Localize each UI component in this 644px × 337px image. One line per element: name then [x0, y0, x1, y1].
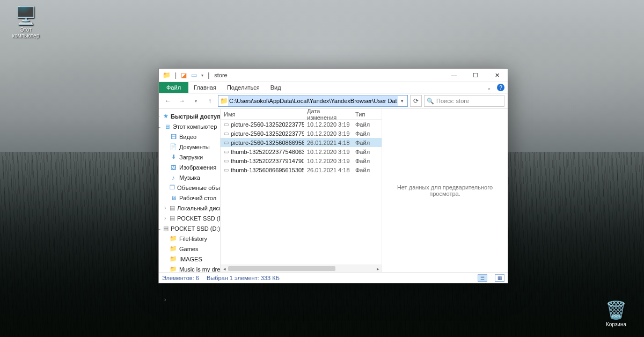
horizontal-scrollbar[interactable]: ◂ ▸ — [221, 265, 382, 272]
tab-file[interactable]: Файл — [159, 82, 188, 93]
view-details-button[interactable]: ☰ — [478, 274, 487, 282]
nav-pictures[interactable]: 🖼Изображения — [159, 162, 220, 172]
tab-share[interactable]: Поделиться — [222, 82, 265, 93]
video-icon: 🎞 — [170, 134, 177, 140]
desktop[interactable]: 🖥️ Этот компьютер 🗑️ Корзина 📁 | ◪ ▭ ▾ |… — [0, 0, 644, 337]
drive-icon: ▤ — [170, 204, 175, 211]
trash-icon: 🗑️ — [597, 300, 635, 320]
address-dropdown-icon[interactable]: ▾ — [398, 98, 406, 104]
nav-pocket-ssd-c[interactable]: ▤POCKET SSD (D:) — [159, 213, 220, 223]
file-icon: ▭ — [224, 140, 229, 145]
qat-separator: | — [206, 71, 211, 79]
file-row[interactable]: ▭picture-2560-1325608669561530526.01.202… — [221, 138, 382, 147]
file-row[interactable]: ▭thumb-1325202237791479010.12.2020 3:19Ф… — [221, 156, 382, 165]
file-row[interactable]: ▭picture-2560-1325202237754806310.12.202… — [221, 120, 382, 129]
tab-view[interactable]: Вид — [265, 82, 287, 93]
titlebar[interactable]: 📁 | ◪ ▭ ▾ | store — ☐ ✕ — [159, 69, 508, 82]
help-icon[interactable]: ? — [497, 84, 504, 91]
file-list: Имя Дата изменения Тип ▭picture-2560-132… — [221, 109, 382, 272]
nav-music-folder[interactable]: 📁Music is my dream — [159, 264, 220, 272]
file-name: picture-2560-13252022377914790 — [231, 130, 304, 137]
image-icon: 🖼 — [170, 164, 177, 171]
file-date: 10.12.2020 3:19 — [304, 158, 352, 164]
cube-icon: ❒ — [170, 184, 175, 191]
address-bar[interactable]: 📁 ▾ — [218, 95, 408, 107]
search-box[interactable]: 🔍 Поиск: store — [424, 95, 504, 107]
scroll-left-icon[interactable]: ◂ — [221, 265, 228, 272]
nav-documents[interactable]: 📄Документы — [159, 142, 220, 152]
recent-dropdown[interactable]: ▾ — [190, 95, 202, 107]
explorer-body: ★Быстрый доступ 🖥Этот компьютер 🎞Видео 📄… — [159, 108, 508, 272]
nav-pocket-ssd[interactable]: ▤POCKET SSD (D:) — [159, 223, 220, 233]
close-button[interactable]: ✕ — [486, 69, 508, 82]
nav-games[interactable]: 📁Games — [159, 244, 220, 254]
folder-icon: 📁 — [170, 255, 177, 262]
download-icon: ⬇ — [170, 153, 177, 160]
qat-dropdown-icon[interactable]: ▾ — [200, 73, 205, 78]
nav-music[interactable]: ♪Музыка — [159, 172, 220, 182]
nav-videos[interactable]: 🎞Видео — [159, 131, 220, 142]
back-button[interactable]: ← — [162, 95, 174, 107]
file-date: 26.01.2021 4:18 — [304, 140, 352, 146]
nav-quick-access[interactable]: ★Быстрый доступ — [159, 111, 220, 121]
nav-local-disk[interactable]: ▤Локальный диск — [159, 203, 220, 213]
file-icon: ▭ — [224, 149, 229, 155]
file-row[interactable]: ▭picture-2560-1325202237791479010.12.202… — [221, 129, 382, 138]
file-row[interactable]: ▭thumb-1325202237754806310.12.2020 3:19Ф… — [221, 147, 382, 156]
file-date: 26.01.2021 4:18 — [304, 167, 352, 173]
explorer-window: 📁 | ◪ ▭ ▾ | store — ☐ ✕ Файл Главная Под… — [158, 68, 508, 283]
tab-home[interactable]: Главная — [188, 82, 222, 93]
desktop-icon-recycle-bin[interactable]: 🗑️ Корзина — [597, 300, 635, 327]
folder-icon: 📁 — [170, 266, 177, 272]
file-type: Файл — [352, 121, 376, 128]
nav-desktop[interactable]: 🖥Рабочий стол — [159, 193, 220, 203]
file-icon: ▭ — [224, 167, 229, 173]
qat-separator: | — [173, 71, 178, 79]
quick-access-toolbar: 📁 | ◪ ▭ ▾ | — [159, 71, 211, 79]
file-date: 10.12.2020 3:19 — [304, 130, 352, 137]
file-icon: ▭ — [224, 130, 229, 136]
file-type: Файл — [352, 130, 376, 137]
nav-filehistory[interactable]: 📁FileHistory — [159, 233, 220, 244]
monitor-icon: 🖥️ — [6, 5, 45, 26]
file-type: Файл — [352, 149, 376, 155]
view-icons-button[interactable]: ▦ — [495, 274, 504, 282]
ribbon-expand-icon[interactable]: ⌄ — [484, 85, 494, 91]
folder-icon: 📁 — [170, 245, 177, 252]
folder-icon: 📁 — [219, 97, 228, 105]
status-count: Элементов: 6 — [162, 275, 199, 281]
maximize-button[interactable]: ☐ — [465, 69, 486, 82]
ribbon-tabs: Файл Главная Поделиться Вид ⌄ ? — [159, 82, 508, 93]
forward-button[interactable]: → — [176, 95, 188, 107]
file-type: Файл — [352, 158, 376, 164]
up-button[interactable]: ↑ — [204, 95, 216, 107]
scroll-right-icon[interactable]: ▸ — [374, 265, 382, 272]
navigation-pane[interactable]: ★Быстрый доступ 🖥Этот компьютер 🎞Видео 📄… — [159, 109, 221, 272]
drive-icon: ▤ — [163, 225, 169, 232]
address-input[interactable] — [228, 96, 398, 106]
file-name: thumb-13252022377548063 — [231, 149, 304, 155]
file-rows: ▭picture-2560-1325202237754806310.12.202… — [221, 120, 382, 265]
scroll-thumb[interactable] — [228, 266, 335, 271]
minimize-button[interactable]: — — [443, 69, 465, 82]
desktop-icon-this-pc[interactable]: 🖥️ Этот компьютер — [6, 5, 45, 39]
preview-message: Нет данных для предварительного просмотр… — [387, 184, 502, 197]
column-name[interactable]: Имя — [221, 111, 304, 118]
nav-3dobjects[interactable]: ❒Объемные объекты — [159, 182, 220, 193]
column-type[interactable]: Тип — [352, 111, 376, 118]
window-controls: — ☐ ✕ — [443, 69, 508, 82]
qat-newfolder-icon[interactable]: ▭ — [189, 71, 199, 79]
nav-images[interactable]: 📁IMAGES — [159, 254, 220, 264]
desktop-icon: 🖥 — [170, 195, 177, 201]
file-name: thumb-13252022377914790 — [231, 158, 304, 164]
nav-downloads[interactable]: ⬇Загрузки — [159, 152, 220, 162]
nav-this-pc[interactable]: 🖥Этот компьютер — [159, 121, 220, 131]
folder-icon: 📁 — [170, 235, 177, 242]
monitor-icon: 🖥 — [163, 123, 171, 130]
file-name: picture-2560-13256086695615305 — [231, 140, 304, 146]
qat-properties-icon[interactable]: ◪ — [179, 71, 188, 79]
refresh-button[interactable]: ⟳ — [410, 95, 422, 107]
file-row[interactable]: ▭thumb-1325608669561530526.01.2021 4:18Ф… — [221, 165, 382, 174]
document-icon: 📄 — [170, 143, 177, 150]
column-date[interactable]: Дата изменения — [304, 108, 352, 121]
